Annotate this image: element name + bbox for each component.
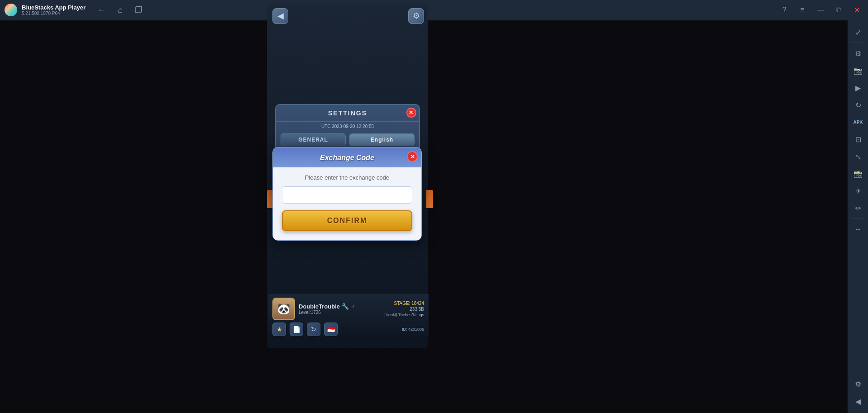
titlebar-controls: ? ≡ — ⧉ ✕: [777, 3, 863, 17]
refresh-icon: ↻: [311, 326, 316, 333]
app-logo: [5, 4, 17, 16]
gender-icon: ♂: [351, 303, 355, 310]
widget-username: DoubleTrouble 🔧 ♂: [299, 303, 381, 310]
restore-button[interactable]: ⧉: [832, 3, 845, 17]
game-gear-icon: ⚙: [413, 11, 420, 21]
close-button[interactable]: ✕: [850, 3, 863, 17]
flag-icon: 🇮🇩: [327, 326, 335, 333]
game-gear-button[interactable]: ⚙: [408, 8, 424, 24]
resource-stat: 233.5B: [385, 307, 424, 312]
expand-icon-btn[interactable]: ⤢: [850, 24, 866, 40]
sidebar-brush-btn[interactable]: ✏: [850, 200, 866, 216]
settings-title: SETTINGS: [328, 109, 367, 117]
copy-button[interactable]: ❐: [132, 3, 145, 17]
exchange-dialog-title: Exchange Code: [320, 154, 374, 161]
side-decor-right: [426, 190, 433, 208]
game-bottom-widget: 🐼 DoubleTrouble 🔧 ♂ Level:1726 STAGE: 18…: [268, 294, 429, 340]
avatar-inner: 🐼: [273, 299, 294, 319]
back-button[interactable]: ←: [95, 3, 108, 17]
app-name: BlueStacks App Player: [22, 4, 86, 11]
home-button[interactable]: ⌂: [115, 3, 125, 17]
settings-utc: UTC 2023-09-20 12:20:55: [276, 122, 419, 131]
minimize-button[interactable]: —: [814, 3, 827, 17]
exchange-close-button[interactable]: ✕: [407, 151, 418, 162]
game-back-button[interactable]: ◀: [272, 8, 288, 24]
settings-tab-language[interactable]: English: [349, 133, 415, 146]
sidebar-bottom-settings-btn[interactable]: ⚙: [850, 376, 866, 392]
sidebar-camera-btn[interactable]: 📷: [850, 62, 866, 79]
right-sidebar: ⤢ ⚙ 📷 ▶ ↻ APK ⊡ ⤡ 📸 ✈ ✏ ••• ⚙ ◀: [848, 20, 868, 413]
settings-tab-general[interactable]: GENERAL: [281, 133, 346, 146]
widget-user-row: 🐼 DoubleTrouble 🔧 ♂ Level:1726 STAGE: 18…: [272, 298, 424, 320]
exchange-code-dialog: Exchange Code ✕ Please enter the exchang…: [272, 147, 422, 241]
sidebar-resize-btn[interactable]: ⤡: [850, 148, 866, 165]
game-back-icon: ◀: [277, 11, 284, 21]
widget-user-info: DoubleTrouble 🔧 ♂ Level:1726: [299, 303, 381, 315]
widget-refresh-btn[interactable]: ↻: [307, 323, 320, 336]
widget-flag-btn[interactable]: 🇮🇩: [324, 323, 338, 336]
exchange-dialog-subtitle: Please enter the exchange code: [282, 174, 412, 181]
settings-header: SETTINGS ✕: [276, 105, 419, 122]
sidebar-plane-btn[interactable]: ✈: [850, 183, 866, 199]
wrench-icon: 🔧: [342, 303, 349, 310]
sidebar-divider-1: [851, 43, 865, 43]
titlebar-nav: ← ⌂ ❐: [95, 3, 145, 17]
widget-stats: STAGE: 18424 233.5B [AeoN] Thebes/Niings: [385, 301, 424, 317]
menu-button[interactable]: ≡: [796, 3, 809, 17]
exchange-close-icon: ✕: [410, 153, 415, 160]
titlebar: BlueStacks App Player 5.21.500.1070 P64 …: [0, 0, 868, 20]
app-version: 5.21.500.1070 P64: [22, 11, 86, 16]
widget-icons-row: ★ 📄 ↻ 🇮🇩 ID: 4201806: [272, 323, 424, 336]
stage-stat: STAGE: 18424: [385, 301, 424, 306]
game-topbar: ◀ ⚙: [268, 5, 429, 27]
sidebar-sync-btn[interactable]: ↻: [850, 97, 866, 113]
sidebar-collapse-btn[interactable]: ◀: [850, 393, 866, 409]
sidebar-settings-btn[interactable]: ⚙: [850, 45, 866, 62]
guild-stat: [AeoN] Thebes/Niings: [385, 313, 424, 317]
settings-close-icon: ✕: [409, 109, 414, 116]
widget-avatar: 🐼: [272, 298, 295, 320]
doc-icon: 📄: [293, 326, 300, 333]
app-info: BlueStacks App Player 5.21.500.1070 P64: [22, 4, 86, 16]
settings-close-button[interactable]: ✕: [406, 108, 416, 118]
help-button[interactable]: ?: [777, 3, 791, 17]
sidebar-apk-btn[interactable]: APK: [850, 114, 866, 130]
widget-level: Level:1726: [299, 310, 381, 315]
star-icon: ★: [277, 326, 282, 333]
sidebar-divider-2: [851, 218, 865, 219]
widget-star-btn[interactable]: ★: [272, 323, 286, 336]
sidebar-more-btn[interactable]: •••: [850, 221, 866, 237]
exchange-dialog-header: Exchange Code ✕: [273, 147, 421, 167]
exchange-code-input[interactable]: [282, 186, 412, 204]
sidebar-play-btn[interactable]: ▶: [850, 80, 866, 96]
widget-id: ID: 4201806: [402, 327, 424, 332]
exchange-dialog-body: Please enter the exchange code CONFIRM: [273, 167, 421, 240]
widget-doc-btn[interactable]: 📄: [290, 323, 303, 336]
confirm-button[interactable]: CONFIRM: [282, 210, 412, 231]
sidebar-screenshot-btn[interactable]: ⊡: [850, 131, 866, 147]
sidebar-capture2-btn[interactable]: 📸: [850, 166, 866, 182]
